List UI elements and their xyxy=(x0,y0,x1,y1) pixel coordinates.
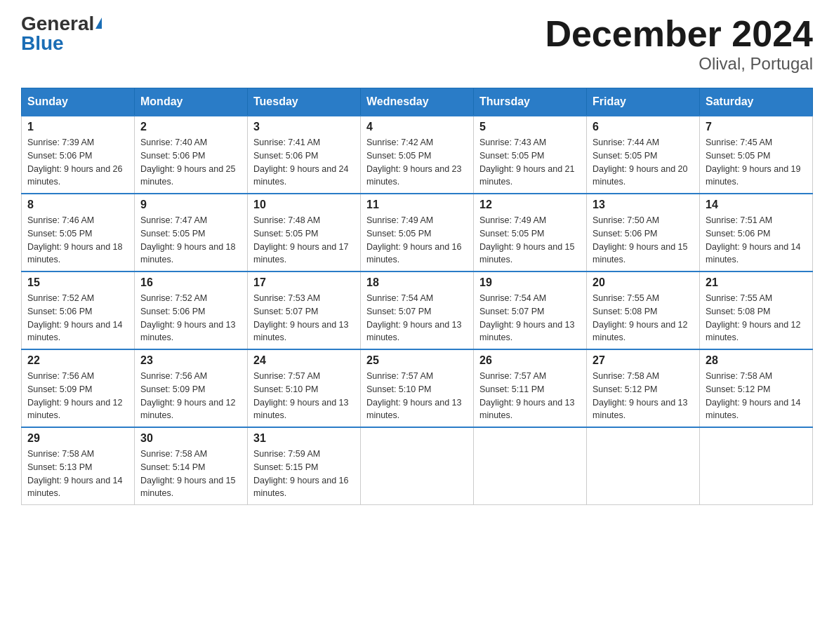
day-info: Sunrise: 7:57 AMSunset: 5:10 PMDaylight:… xyxy=(366,371,462,420)
day-number: 14 xyxy=(706,199,807,211)
calendar-cell: 4 Sunrise: 7:42 AMSunset: 5:05 PMDayligh… xyxy=(361,116,474,194)
day-number: 19 xyxy=(479,276,581,289)
weekday-header-saturday: Saturday xyxy=(700,88,813,116)
calendar-cell: 11 Sunrise: 7:49 AMSunset: 5:05 PMDaylig… xyxy=(361,194,474,271)
calendar-cell: 9 Sunrise: 7:47 AMSunset: 5:05 PMDayligh… xyxy=(135,194,248,271)
day-info: Sunrise: 7:39 AMSunset: 5:06 PMDaylight:… xyxy=(27,137,123,187)
day-info: Sunrise: 7:58 AMSunset: 5:14 PMDaylight:… xyxy=(140,449,236,498)
day-info: Sunrise: 7:51 AMSunset: 5:06 PMDaylight:… xyxy=(706,215,801,264)
calendar-cell: 19 Sunrise: 7:54 AMSunset: 5:07 PMDaylig… xyxy=(474,271,587,349)
calendar-cell: 27 Sunrise: 7:58 AMSunset: 5:12 PMDaylig… xyxy=(587,349,700,427)
logo-triangle-icon xyxy=(95,18,102,29)
day-number: 13 xyxy=(593,199,694,211)
day-number: 11 xyxy=(366,199,468,211)
day-number: 5 xyxy=(479,121,581,133)
calendar-cell: 26 Sunrise: 7:57 AMSunset: 5:11 PMDaylig… xyxy=(474,349,587,427)
day-number: 20 xyxy=(593,276,694,289)
day-info: Sunrise: 7:45 AMSunset: 5:05 PMDaylight:… xyxy=(706,137,801,187)
calendar-cell: 10 Sunrise: 7:48 AMSunset: 5:05 PMDaylig… xyxy=(248,194,361,271)
weekday-header-monday: Monday xyxy=(135,88,248,116)
calendar-cell: 30 Sunrise: 7:58 AMSunset: 5:14 PMDaylig… xyxy=(135,427,248,505)
day-number: 25 xyxy=(366,354,468,367)
day-info: Sunrise: 7:47 AMSunset: 5:05 PMDaylight:… xyxy=(140,215,236,264)
calendar-cell xyxy=(587,427,700,505)
day-number: 10 xyxy=(253,199,355,211)
day-info: Sunrise: 7:46 AMSunset: 5:05 PMDaylight:… xyxy=(27,215,123,264)
day-number: 7 xyxy=(706,121,807,133)
calendar-header-row: SundayMondayTuesdayWednesdayThursdayFrid… xyxy=(22,88,813,116)
calendar-cell: 7 Sunrise: 7:45 AMSunset: 5:05 PMDayligh… xyxy=(700,116,813,194)
day-number: 28 xyxy=(706,354,807,367)
weekday-header-thursday: Thursday xyxy=(474,88,587,116)
day-number: 17 xyxy=(253,276,355,289)
day-info: Sunrise: 7:49 AMSunset: 5:05 PMDaylight:… xyxy=(366,215,462,264)
day-number: 27 xyxy=(593,354,694,367)
calendar-cell: 29 Sunrise: 7:58 AMSunset: 5:13 PMDaylig… xyxy=(22,427,135,505)
calendar-cell: 17 Sunrise: 7:53 AMSunset: 5:07 PMDaylig… xyxy=(248,271,361,349)
day-number: 6 xyxy=(593,121,694,133)
day-info: Sunrise: 7:58 AMSunset: 5:12 PMDaylight:… xyxy=(706,371,801,420)
calendar-table: SundayMondayTuesdayWednesdayThursdayFrid… xyxy=(21,88,813,505)
day-info: Sunrise: 7:55 AMSunset: 5:08 PMDaylight:… xyxy=(593,293,688,342)
calendar-cell xyxy=(700,427,813,505)
calendar-cell: 12 Sunrise: 7:49 AMSunset: 5:05 PMDaylig… xyxy=(474,194,587,271)
day-number: 16 xyxy=(140,276,241,289)
calendar-cell: 25 Sunrise: 7:57 AMSunset: 5:10 PMDaylig… xyxy=(361,349,474,427)
day-info: Sunrise: 7:41 AMSunset: 5:06 PMDaylight:… xyxy=(253,137,349,187)
day-number: 2 xyxy=(140,121,241,133)
calendar-cell: 28 Sunrise: 7:58 AMSunset: 5:12 PMDaylig… xyxy=(700,349,813,427)
calendar-cell: 21 Sunrise: 7:55 AMSunset: 5:08 PMDaylig… xyxy=(700,271,813,349)
calendar-week-row: 22 Sunrise: 7:56 AMSunset: 5:09 PMDaylig… xyxy=(22,349,813,427)
day-info: Sunrise: 7:58 AMSunset: 5:12 PMDaylight:… xyxy=(593,371,688,420)
day-info: Sunrise: 7:53 AMSunset: 5:07 PMDaylight:… xyxy=(253,293,349,342)
calendar-cell: 3 Sunrise: 7:41 AMSunset: 5:06 PMDayligh… xyxy=(248,116,361,194)
calendar-cell: 13 Sunrise: 7:50 AMSunset: 5:06 PMDaylig… xyxy=(587,194,700,271)
calendar-cell: 1 Sunrise: 7:39 AMSunset: 5:06 PMDayligh… xyxy=(22,116,135,194)
day-number: 8 xyxy=(27,199,128,211)
calendar-cell: 14 Sunrise: 7:51 AMSunset: 5:06 PMDaylig… xyxy=(700,194,813,271)
day-info: Sunrise: 7:57 AMSunset: 5:11 PMDaylight:… xyxy=(479,371,575,420)
day-info: Sunrise: 7:48 AMSunset: 5:05 PMDaylight:… xyxy=(253,215,349,264)
calendar-cell: 23 Sunrise: 7:56 AMSunset: 5:09 PMDaylig… xyxy=(135,349,248,427)
day-number: 1 xyxy=(27,121,128,133)
day-number: 24 xyxy=(253,354,355,367)
month-title: December 2024 xyxy=(545,14,813,54)
logo-blue-text: Blue xyxy=(21,34,64,53)
calendar-cell: 6 Sunrise: 7:44 AMSunset: 5:05 PMDayligh… xyxy=(587,116,700,194)
calendar-cell: 20 Sunrise: 7:55 AMSunset: 5:08 PMDaylig… xyxy=(587,271,700,349)
calendar-cell xyxy=(474,427,587,505)
day-info: Sunrise: 7:56 AMSunset: 5:09 PMDaylight:… xyxy=(27,371,123,420)
day-info: Sunrise: 7:40 AMSunset: 5:06 PMDaylight:… xyxy=(140,137,236,187)
day-info: Sunrise: 7:58 AMSunset: 5:13 PMDaylight:… xyxy=(27,449,123,498)
calendar-cell: 22 Sunrise: 7:56 AMSunset: 5:09 PMDaylig… xyxy=(22,349,135,427)
page-header: General Blue December 2024 Olival, Portu… xyxy=(21,14,813,74)
calendar-cell: 24 Sunrise: 7:57 AMSunset: 5:10 PMDaylig… xyxy=(248,349,361,427)
weekday-header-sunday: Sunday xyxy=(22,88,135,116)
day-info: Sunrise: 7:49 AMSunset: 5:05 PMDaylight:… xyxy=(479,215,575,264)
weekday-header-friday: Friday xyxy=(587,88,700,116)
day-number: 26 xyxy=(479,354,581,367)
day-number: 4 xyxy=(366,121,468,133)
day-info: Sunrise: 7:52 AMSunset: 5:06 PMDaylight:… xyxy=(140,293,236,342)
day-info: Sunrise: 7:50 AMSunset: 5:06 PMDaylight:… xyxy=(593,215,688,264)
day-number: 22 xyxy=(27,354,128,367)
day-info: Sunrise: 7:43 AMSunset: 5:05 PMDaylight:… xyxy=(479,137,575,187)
day-number: 3 xyxy=(253,121,355,133)
day-info: Sunrise: 7:54 AMSunset: 5:07 PMDaylight:… xyxy=(366,293,462,342)
title-block: December 2024 Olival, Portugal xyxy=(545,14,813,74)
calendar-cell: 2 Sunrise: 7:40 AMSunset: 5:06 PMDayligh… xyxy=(135,116,248,194)
calendar-cell: 16 Sunrise: 7:52 AMSunset: 5:06 PMDaylig… xyxy=(135,271,248,349)
day-number: 9 xyxy=(140,199,241,211)
weekday-header-wednesday: Wednesday xyxy=(361,88,474,116)
day-number: 18 xyxy=(366,276,468,289)
day-number: 31 xyxy=(253,432,355,445)
calendar-cell: 15 Sunrise: 7:52 AMSunset: 5:06 PMDaylig… xyxy=(22,271,135,349)
day-info: Sunrise: 7:55 AMSunset: 5:08 PMDaylight:… xyxy=(706,293,801,342)
day-number: 21 xyxy=(706,276,807,289)
day-info: Sunrise: 7:59 AMSunset: 5:15 PMDaylight:… xyxy=(253,449,349,498)
day-info: Sunrise: 7:56 AMSunset: 5:09 PMDaylight:… xyxy=(140,371,236,420)
day-number: 15 xyxy=(27,276,128,289)
weekday-header-tuesday: Tuesday xyxy=(248,88,361,116)
calendar-cell: 8 Sunrise: 7:46 AMSunset: 5:05 PMDayligh… xyxy=(22,194,135,271)
calendar-week-row: 8 Sunrise: 7:46 AMSunset: 5:05 PMDayligh… xyxy=(22,194,813,271)
